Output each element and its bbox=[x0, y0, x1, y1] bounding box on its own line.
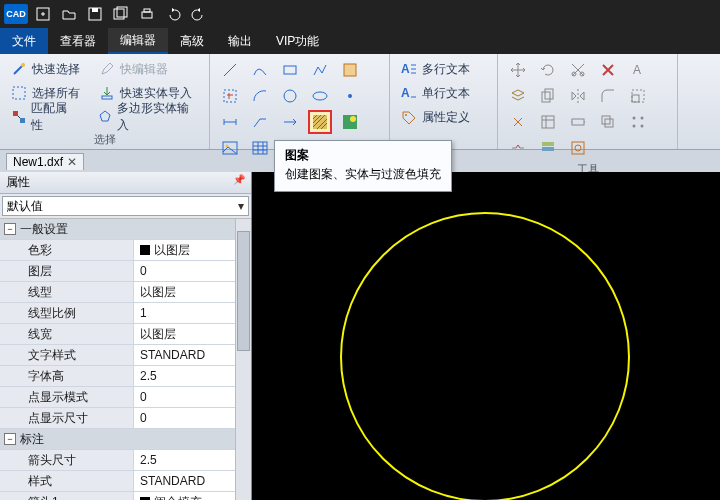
open-icon[interactable] bbox=[58, 3, 80, 25]
drawing-canvas[interactable] bbox=[252, 172, 720, 500]
fillet-icon[interactable] bbox=[596, 84, 620, 108]
attdef-button[interactable]: 属性定义 bbox=[398, 106, 472, 128]
stretch-icon[interactable] bbox=[566, 110, 590, 134]
gradient-icon[interactable] bbox=[338, 110, 362, 134]
prop-value[interactable]: 闭合填充 bbox=[134, 492, 235, 500]
offset-icon[interactable] bbox=[596, 110, 620, 134]
prop-category[interactable]: −标注 bbox=[0, 429, 235, 450]
pin-icon[interactable]: 📌 bbox=[233, 174, 245, 191]
prop-row[interactable]: 色彩以图层 bbox=[0, 240, 235, 261]
saveall-icon[interactable] bbox=[110, 3, 132, 25]
doc-tab[interactable]: New1.dxf ✕ bbox=[6, 153, 84, 170]
array-icon[interactable] bbox=[626, 110, 650, 134]
tab-file[interactable]: 文件 bbox=[0, 28, 48, 54]
rect-icon[interactable] bbox=[278, 58, 302, 82]
prop-value[interactable]: 2.5 bbox=[134, 450, 235, 470]
prop-value[interactable]: 0 bbox=[134, 408, 235, 428]
trim-icon[interactable] bbox=[566, 58, 590, 82]
hatch-button[interactable] bbox=[308, 110, 332, 134]
prop-value[interactable]: 以图层 bbox=[134, 324, 235, 344]
prop-key: 文字样式 bbox=[0, 345, 134, 365]
leader-icon[interactable] bbox=[248, 110, 272, 134]
prop-value[interactable]: 1 bbox=[134, 303, 235, 323]
svg-rect-43 bbox=[542, 147, 554, 151]
svg-point-26 bbox=[405, 114, 407, 116]
prop-value[interactable]: STANDARD bbox=[134, 471, 235, 491]
mtext-button[interactable]: A多行文本 bbox=[398, 58, 472, 80]
tab-viewer[interactable]: 查看器 bbox=[48, 28, 108, 54]
scale-icon[interactable] bbox=[626, 84, 650, 108]
prop-key: 线型比例 bbox=[0, 303, 134, 323]
dim-icon[interactable] bbox=[218, 110, 242, 134]
undo-icon[interactable] bbox=[162, 3, 184, 25]
tools-icon[interactable] bbox=[566, 136, 590, 160]
prop-row[interactable]: 箭头尺寸2.5 bbox=[0, 450, 235, 471]
match-prop-button[interactable]: 匹配属性 bbox=[8, 106, 80, 128]
prop-row[interactable]: 线宽以图层 bbox=[0, 324, 235, 345]
circle-icon[interactable] bbox=[278, 84, 302, 108]
svg-rect-35 bbox=[572, 119, 584, 125]
prop-category[interactable]: −一般设置 bbox=[0, 219, 235, 240]
props-combo[interactable]: 默认值 ▾ bbox=[2, 196, 249, 216]
layer-icon[interactable] bbox=[506, 84, 530, 108]
svg-text:A: A bbox=[633, 63, 641, 77]
prop-row[interactable]: 图层0 bbox=[0, 261, 235, 282]
break-icon[interactable] bbox=[506, 136, 530, 160]
redo-icon[interactable] bbox=[188, 3, 210, 25]
polyline-icon[interactable] bbox=[308, 58, 332, 82]
stext-button[interactable]: A单行文本 bbox=[398, 82, 472, 104]
tab-editor[interactable]: 编辑器 bbox=[108, 28, 168, 54]
arc-icon[interactable] bbox=[248, 84, 272, 108]
print-icon[interactable] bbox=[136, 3, 158, 25]
props-icon[interactable] bbox=[536, 110, 560, 134]
tab-advanced[interactable]: 高级 bbox=[168, 28, 216, 54]
block-icon[interactable] bbox=[338, 58, 362, 82]
poly-input-button[interactable]: 多边形实体输入 bbox=[94, 106, 201, 128]
props-title: 属性 bbox=[6, 174, 30, 191]
copy-icon[interactable] bbox=[536, 84, 560, 108]
quick-select-button[interactable]: 快速选择 bbox=[8, 58, 82, 80]
table-icon[interactable] bbox=[248, 136, 272, 160]
prop-value[interactable]: 2.5 bbox=[134, 366, 235, 386]
prop-row[interactable]: 点显示模式0 bbox=[0, 387, 235, 408]
poly-input-label: 多边形实体输入 bbox=[117, 100, 199, 134]
manage-icon[interactable] bbox=[536, 136, 560, 160]
spline-icon[interactable] bbox=[248, 58, 272, 82]
move-icon[interactable] bbox=[506, 58, 530, 82]
svg-point-17 bbox=[348, 94, 352, 98]
collapse-icon[interactable]: − bbox=[4, 433, 16, 445]
delete-icon[interactable] bbox=[596, 58, 620, 82]
prop-row[interactable]: 字体高2.5 bbox=[0, 366, 235, 387]
tab-output[interactable]: 输出 bbox=[216, 28, 264, 54]
prop-value[interactable]: 0 bbox=[134, 261, 235, 281]
explode-icon[interactable] bbox=[506, 110, 530, 134]
prop-value[interactable]: STANDARD bbox=[134, 345, 235, 365]
polygon-icon bbox=[96, 108, 113, 126]
insert-icon[interactable] bbox=[218, 84, 242, 108]
line-icon[interactable] bbox=[218, 58, 242, 82]
prop-row[interactable]: 线型以图层 bbox=[0, 282, 235, 303]
a-icon[interactable]: A bbox=[626, 58, 650, 82]
mirror-icon[interactable] bbox=[566, 84, 590, 108]
rotate-icon[interactable] bbox=[536, 58, 560, 82]
new-icon[interactable] bbox=[32, 3, 54, 25]
circle-entity[interactable] bbox=[340, 212, 630, 500]
prop-value[interactable]: 以图层 bbox=[134, 240, 235, 260]
prop-row[interactable]: 箭头1闭合填充 bbox=[0, 492, 235, 500]
prop-value[interactable]: 0 bbox=[134, 387, 235, 407]
tab-vip[interactable]: VIP功能 bbox=[264, 28, 331, 54]
ellipse-icon[interactable] bbox=[308, 84, 332, 108]
prop-row[interactable]: 点显示尺寸0 bbox=[0, 408, 235, 429]
collapse-icon[interactable]: − bbox=[4, 223, 16, 235]
svg-rect-13 bbox=[344, 64, 356, 76]
save-icon[interactable] bbox=[84, 3, 106, 25]
ray-icon[interactable] bbox=[278, 110, 302, 134]
prop-value[interactable]: 以图层 bbox=[134, 282, 235, 302]
close-icon[interactable]: ✕ bbox=[67, 155, 77, 169]
scrollbar[interactable] bbox=[235, 219, 251, 500]
prop-row[interactable]: 文字样式STANDARD bbox=[0, 345, 235, 366]
image-icon[interactable] bbox=[218, 136, 242, 160]
point-icon[interactable] bbox=[338, 84, 362, 108]
prop-row[interactable]: 线型比例1 bbox=[0, 303, 235, 324]
prop-row[interactable]: 样式STANDARD bbox=[0, 471, 235, 492]
